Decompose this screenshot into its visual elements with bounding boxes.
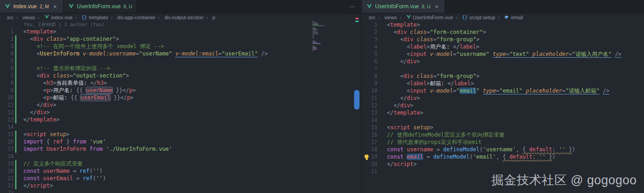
code-line[interactable]: 15<script setup> xyxy=(0,131,361,138)
minimap-line xyxy=(312,35,314,36)
minimap-line xyxy=(312,28,316,29)
overview-info-marker xyxy=(355,21,359,22)
line-number: 5 xyxy=(0,57,14,65)
code-line[interactable]: 7 xyxy=(362,65,644,72)
line-number: 18 xyxy=(362,146,377,153)
vue-icon xyxy=(366,4,372,10)
code-line[interactable]: 23 xyxy=(0,189,361,193)
code-line[interactable]: 20</script> xyxy=(362,160,644,168)
code-line[interactable]: 1<template> xyxy=(0,28,361,35)
git-blame-annotation: You, 1秒钟前 | 1 author (You) xyxy=(0,21,361,28)
git-gutter-marker xyxy=(15,123,16,131)
breadcrumb-item-views[interactable]: views xyxy=(376,15,397,20)
close-icon[interactable]: × xyxy=(433,3,440,10)
line-number: 12 xyxy=(362,102,377,109)
code-line[interactable]: 17import UserInfoForm from './UserInfoFo… xyxy=(0,145,361,153)
minimap[interactable] xyxy=(312,21,326,53)
git-gutter-marker xyxy=(379,50,380,58)
breadcrumb-item-file[interactable]: index.vue xyxy=(35,15,73,20)
code-line[interactable]: 5 xyxy=(0,57,361,65)
code-line[interactable]: 9 <label>邮箱: </label> xyxy=(362,80,644,87)
code-line[interactable]: 11 </div> xyxy=(0,101,361,109)
git-gutter-marker xyxy=(15,160,16,167)
git-gutter-marker xyxy=(379,131,380,138)
tab-userinfoform-vue-right[interactable]: UserInfoForm.vue 8, U × xyxy=(362,0,445,13)
tab-git-badge: 2, M xyxy=(39,4,48,9)
code-line[interactable]: 3 <div class="form-group"> xyxy=(362,36,644,43)
more-actions-icon[interactable]: ⋯ xyxy=(349,0,355,13)
git-gutter-marker xyxy=(379,116,380,124)
code-line[interactable]: 19// 定义多个响应式变量 xyxy=(0,160,361,167)
code-line[interactable]: 18const username = defineModel('username… xyxy=(362,146,644,153)
code-line[interactable]: 15<script setup> xyxy=(362,124,644,131)
git-gutter-marker xyxy=(379,72,380,80)
code-line[interactable]: 17// 替代原来的props定义和手动emit xyxy=(362,138,644,146)
code-line[interactable]: 11 </div> xyxy=(362,94,644,102)
code-line[interactable]: 1<template> xyxy=(362,21,644,28)
code-line[interactable]: 3 <!-- 在同一个组件上使用多个 vmodel 绑定 --> xyxy=(0,43,361,50)
code-line[interactable]: 19const email = defineModel('email', { d… xyxy=(362,153,644,160)
code-line[interactable]: 18 xyxy=(0,153,361,160)
code-line[interactable]: 9 <p>用户名: {{ userName }}</p> xyxy=(0,87,361,94)
code-line[interactable]: 4 <UserInfoForm v-model:username="userNa… xyxy=(0,50,361,57)
git-gutter-marker xyxy=(379,28,380,36)
code-line[interactable]: 13</template> xyxy=(362,109,644,116)
code-line[interactable]: 13</template> xyxy=(0,116,361,123)
code-line[interactable]: 10 <input v-model="email" type="email" p… xyxy=(362,87,644,94)
line-number: 20 xyxy=(0,167,14,175)
breadcrumb-item-src[interactable]: src xyxy=(7,15,14,20)
close-icon[interactable]: × xyxy=(52,3,59,10)
code-lines[interactable]: 1<template>2 <div class="form-container"… xyxy=(362,21,644,175)
lightbulb-icon[interactable] xyxy=(365,154,369,159)
code-line[interactable]: 14 xyxy=(0,123,361,131)
breadcrumb-item-div-app-container[interactable]: div.app-container xyxy=(108,15,156,20)
breadcrumb-item-views[interactable]: views xyxy=(14,15,35,20)
code-line[interactable]: 2 <div class="app-container"> xyxy=(0,35,361,43)
code-line[interactable]: 16import { ref } from 'vue' xyxy=(0,138,361,145)
line-number: 16 xyxy=(362,131,377,138)
code-line[interactable]: 4 <label>用户名: </label> xyxy=(362,43,644,50)
code-line[interactable]: 8 <h3>当前表单值: </h3> xyxy=(0,79,361,87)
git-gutter-marker xyxy=(379,102,380,109)
breadcrumb-item-p[interactable]: p xyxy=(204,15,215,20)
code-line[interactable]: 8 <div class="form-group"> xyxy=(362,72,644,80)
breadcrumb-item-script-setup[interactable]: {}script setup xyxy=(453,15,495,20)
code-line[interactable]: 20const userName = ref('') xyxy=(0,167,361,175)
line-number: 20 xyxy=(362,160,377,168)
code-line[interactable]: 6 <!-- 显示所有绑定的值 --> xyxy=(0,65,361,72)
code-lines[interactable]: You, 1秒钟前 | 1 author (You) 1<template>2 … xyxy=(0,21,361,193)
git-gutter-marker xyxy=(379,153,380,160)
breadcrumb-item-div-output-section[interactable]: div.output-section xyxy=(156,15,204,20)
breadcrumb-item-email[interactable]: email xyxy=(495,15,523,20)
tab-userinfoform-vue[interactable]: UserInfoForm.vue 8, U xyxy=(64,0,137,13)
code-line[interactable]: 16// 使用defineModel宏定义多个双向绑定变量 xyxy=(362,131,644,138)
tab-index-vue[interactable]: index.vue 2, M × xyxy=(0,0,64,13)
code-line[interactable]: 12 </div> xyxy=(0,109,361,116)
symbol-field-icon xyxy=(504,15,509,20)
code-line[interactable]: 21const userEmail = ref('') xyxy=(0,175,361,182)
tabbar-right: UserInfoForm.vue 8, U × xyxy=(362,0,644,13)
breadcrumb-item-src[interactable]: src xyxy=(369,15,376,20)
code-line[interactable]: 10 <p>邮箱: {{ userEmail }}</p> xyxy=(0,94,361,101)
minimap-line xyxy=(312,31,317,32)
git-gutter-marker xyxy=(15,175,16,182)
git-gutter-marker xyxy=(15,189,16,193)
minimap-line xyxy=(312,49,317,50)
code-line[interactable]: 12 </div> xyxy=(362,102,644,109)
git-gutter-marker xyxy=(379,94,380,102)
code-line[interactable]: 6 </div> xyxy=(362,58,644,65)
code-line[interactable]: 14 xyxy=(362,116,644,124)
breadcrumb: src views index.vue {}template div.app-c… xyxy=(0,13,361,21)
minimap-line xyxy=(312,43,321,44)
breadcrumb-item-template[interactable]: {}template xyxy=(73,15,108,20)
minimap-line xyxy=(312,38,314,39)
code-line[interactable]: 5 <input v-model="username" type="text" … xyxy=(362,50,644,58)
code-line[interactable]: 7 <div class="output-section"> xyxy=(0,72,361,79)
code-line[interactable]: 22</script> xyxy=(0,182,361,189)
scrollbar-overview-thumb[interactable] xyxy=(354,90,360,110)
breadcrumb-item-file[interactable]: UserInfoForm.vue xyxy=(397,15,453,20)
code-line[interactable]: 2 <div class="form-container"> xyxy=(362,28,644,36)
git-gutter-marker xyxy=(379,58,380,65)
minimap-line xyxy=(312,50,314,51)
git-gutter-marker xyxy=(15,167,16,175)
